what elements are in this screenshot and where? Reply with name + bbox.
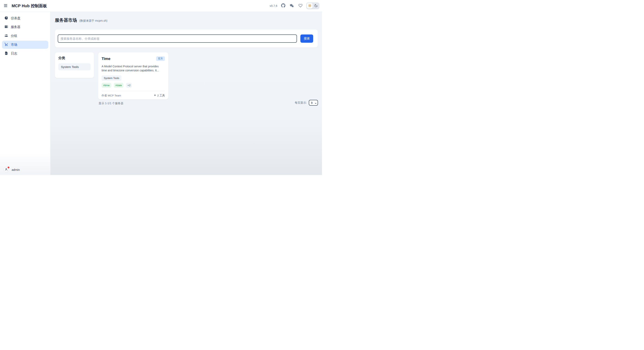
theme-light-button[interactable]	[307, 3, 312, 9]
avatar	[4, 167, 9, 172]
sidebar-item-label: 仪表盘	[11, 16, 20, 21]
bolt-icon	[154, 94, 156, 97]
server-author: 作者 MCP Team	[102, 94, 121, 97]
server-tag: #date	[114, 83, 124, 88]
header-actions: v0.7.6	[270, 3, 320, 9]
search-button[interactable]: 搜索	[300, 35, 313, 43]
server-tag-row: #time #date +2	[102, 83, 165, 88]
app-root: MCP Hub 控制面板 v0.7.6	[0, 0, 322, 175]
theme-dark-button[interactable]	[313, 3, 319, 9]
category-panel-title: 分类	[58, 56, 90, 60]
server-description: A Model Context Protocol server that pro…	[102, 64, 162, 72]
sidebar-item-label: 市场	[11, 43, 17, 47]
sidebar: 仪表盘 服务器 分组 市场	[0, 12, 50, 175]
sidebar-item-dashboard[interactable]: 仪表盘	[2, 14, 48, 22]
main-content: 服务器市场 (数据来源于 mcpm.sh) 搜索 分类 System Tools…	[50, 12, 322, 175]
server-tools: 2 工具	[154, 94, 165, 97]
search-input[interactable]	[58, 35, 297, 43]
per-page-select[interactable]: 9	[309, 100, 318, 106]
favorites-link[interactable]	[298, 3, 303, 9]
wechat-link[interactable]	[289, 3, 294, 9]
sidebar-item-logs[interactable]: 日志	[2, 50, 48, 58]
pagination: 每页显示: 9	[295, 100, 318, 106]
official-badge: 官方	[156, 56, 165, 61]
search-bar: 搜索	[55, 30, 318, 48]
pie-chart-icon	[4, 16, 8, 21]
server-tools-label: 2 工具	[157, 94, 165, 97]
heart-icon	[298, 4, 302, 8]
per-page-select-wrap: 9	[309, 100, 318, 106]
sidebar-item-label: 分组	[11, 34, 17, 38]
results-summary: 显示 1-1/1 个服务器	[98, 102, 124, 105]
app-title: MCP Hub 控制面板	[12, 3, 47, 9]
theme-toggle	[306, 3, 320, 9]
sidebar-item-servers[interactable]: 服务器	[2, 23, 48, 31]
notification-dot	[8, 167, 10, 168]
sidebar-item-groups[interactable]: 分组	[2, 32, 48, 40]
per-page-label: 每页显示:	[295, 101, 307, 105]
server-category-row: System Tools	[102, 75, 165, 81]
server-card-footer: 作者 MCP Team 2 工具	[102, 91, 165, 100]
server-icon	[4, 25, 8, 30]
server-tag: #time	[102, 83, 111, 88]
sun-icon	[308, 4, 312, 8]
github-link[interactable]	[280, 3, 286, 9]
server-category-chip: System Tools	[102, 75, 122, 81]
cart-icon	[4, 43, 8, 47]
file-icon	[4, 51, 8, 56]
server-card-time[interactable]: Time 官方 A Model Context Protocol server …	[98, 52, 168, 99]
page-subtitle: (数据来源于 mcpm.sh)	[79, 19, 108, 23]
sidebar-item-label: 日志	[11, 52, 17, 56]
header: MCP Hub 控制面板 v0.7.6	[0, 0, 322, 12]
server-card-head: Time 官方	[102, 56, 165, 61]
github-icon	[281, 4, 285, 8]
sidebar-item-label: 服务器	[11, 25, 20, 29]
moon-icon	[314, 4, 318, 8]
username-label: admin	[12, 168, 20, 171]
more-tags-chip: +2	[126, 83, 132, 88]
person-icon	[4, 168, 8, 172]
category-item-system-tools[interactable]: System Tools	[58, 63, 90, 70]
category-panel: 分类 System Tools	[55, 52, 94, 78]
sidebar-item-market[interactable]: 市场	[2, 41, 48, 49]
menu-toggle-button[interactable]	[3, 3, 8, 9]
user-row[interactable]: admin	[4, 167, 20, 172]
wechat-icon	[290, 4, 294, 8]
server-name: Time	[102, 56, 110, 61]
page-title: 服务器市场	[55, 17, 77, 23]
sidebar-nav: 仪表盘 服务器 分组 市场	[0, 12, 50, 58]
version-label: v0.7.6	[270, 4, 277, 8]
page-head: 服务器市场 (数据来源于 mcpm.sh)	[55, 17, 108, 23]
hamburger-icon	[4, 4, 7, 8]
users-icon	[4, 34, 8, 38]
